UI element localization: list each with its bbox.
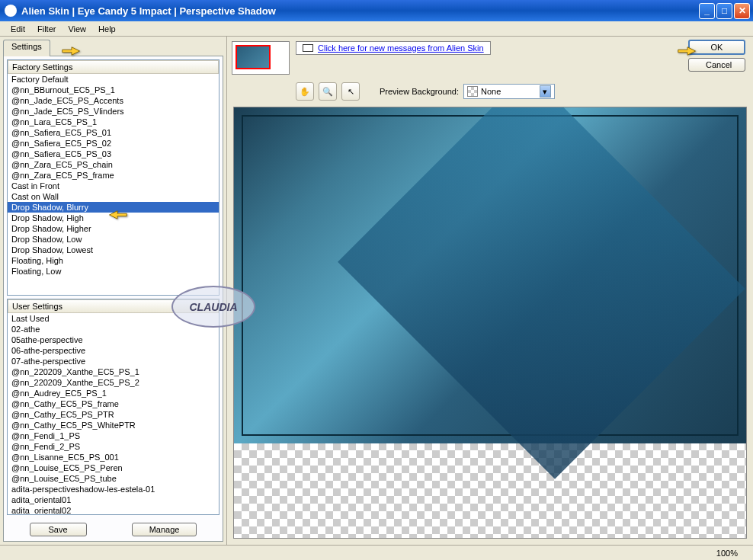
app-icon [5, 5, 17, 17]
list-item[interactable]: Factory Default [8, 74, 219, 85]
list-item[interactable]: @nn_Safiera_EC5_PS_03 [8, 149, 219, 159]
zoom-level: 100% [716, 549, 738, 558]
pan-tool[interactable]: ✋ [296, 82, 314, 101]
list-item[interactable]: @nn_Jade_EC5_PS_Vlinders [8, 106, 219, 117]
list-item[interactable]: adita-perspectiveshadow-les-estela-01 [8, 484, 219, 494]
preview-area[interactable] [233, 107, 747, 539]
preview-bg-label: Preview Background: [380, 87, 459, 96]
mail-icon [303, 44, 313, 52]
list-item[interactable]: 05athe-perspective [8, 334, 219, 345]
list-item[interactable]: @nn_Safiera_EC5_PS_02 [8, 138, 219, 149]
list-item[interactable]: @nn_Louise_EC5_PS_Peren [8, 462, 219, 473]
list-item[interactable]: @nn_Cathy_EC5_PS_PTR [8, 409, 219, 420]
list-item[interactable]: @nn_Louise_EC5_PS_tube [8, 473, 219, 484]
list-item[interactable]: @nn_220209_Xanthe_EC5_PS_2 [8, 377, 219, 388]
menu-filter[interactable]: Filter [31, 23, 62, 35]
preview-bg-dropdown[interactable]: None ▾ [463, 84, 555, 99]
list-item[interactable]: @nn_Cathy_EC5_PS_frame [8, 398, 219, 409]
window-title: Alien Skin | Eye Candy 5 Impact | Perspe… [21, 5, 699, 17]
list-item[interactable]: Drop Shadow, Blurry [8, 202, 219, 213]
menu-bar: Edit Filter View Help [0, 21, 753, 37]
list-item[interactable]: Floating, High [8, 255, 219, 266]
menu-view[interactable]: View [62, 23, 92, 35]
list-item[interactable]: @nn_Zara_EC5_PS_frame [8, 170, 219, 181]
ok-button[interactable]: OK [688, 40, 745, 55]
menu-help[interactable]: Help [92, 23, 122, 35]
list-item[interactable]: @nn_Fendi_2_PS [8, 441, 219, 452]
list-item[interactable]: @nn_Fendi_1_PS [8, 430, 219, 441]
preview-bg-value: None [481, 87, 501, 96]
zoom-tool[interactable]: 🔍 [319, 82, 337, 101]
menu-edit[interactable]: Edit [5, 23, 31, 35]
list-item[interactable]: Drop Shadow, Higher [8, 223, 219, 234]
list-item[interactable]: @nn_Audrey_EC5_PS_1 [8, 388, 219, 398]
list-item[interactable]: Drop Shadow, High [8, 213, 219, 223]
factory-header: Factory Settings [8, 60, 219, 74]
list-item[interactable]: Cast in Front [8, 181, 219, 191]
status-bar: 100% [0, 545, 753, 560]
minimize-button[interactable]: _ [699, 3, 715, 19]
list-item[interactable]: @nn_Cathy_EC5_PS_WhitePTR [8, 420, 219, 430]
tab-settings[interactable]: Settings [3, 40, 50, 56]
list-item[interactable]: @nn_Jade_EC5_PS_Accents [8, 95, 219, 106]
manage-button[interactable]: Manage [132, 523, 197, 536]
list-item[interactable]: @nn_Zara_EC5_PS_chain [8, 159, 219, 170]
thumbnail-strip[interactable] [232, 41, 290, 75]
list-item[interactable]: @nn_Lisanne_EC5_PS_001 [8, 452, 219, 462]
list-item[interactable]: Drop Shadow, Lowest [8, 245, 219, 255]
list-item[interactable]: Cast on Wall [8, 191, 219, 202]
list-item[interactable]: @nn_220209_Xanthe_EC5_PS_1 [8, 366, 219, 377]
list-item[interactable]: 02-athe [8, 324, 219, 334]
checker-swatch-icon [467, 86, 478, 97]
list-item[interactable]: Last Used [8, 313, 219, 324]
list-item[interactable]: adita_oriental01 [8, 494, 219, 505]
chevron-down-icon: ▾ [540, 85, 551, 98]
save-button[interactable]: Save [30, 523, 87, 536]
user-header: User Settings [8, 299, 219, 313]
maximize-button[interactable]: □ [716, 3, 732, 19]
thumbnail[interactable] [236, 45, 271, 69]
close-button[interactable]: ✕ [734, 3, 750, 19]
factory-settings-list[interactable]: Factory Settings Factory Default@nn_BBur… [7, 59, 219, 296]
messages-link[interactable]: Click here for new messages from Alien S… [296, 41, 491, 55]
preview-image [234, 107, 746, 443]
list-item[interactable]: 07-athe-perspective [8, 356, 219, 366]
list-item[interactable]: 06-athe-perspective [8, 345, 219, 356]
pointer-tool[interactable]: ↖ [341, 82, 360, 101]
user-settings-list[interactable]: User Settings Last Used02-athe05athe-per… [7, 299, 219, 515]
list-item[interactable]: Drop Shadow, Low [8, 234, 219, 245]
list-item[interactable]: @nn_Lara_EC5_PS_1 [8, 117, 219, 127]
list-item[interactable]: Floating, Low [8, 266, 219, 277]
cancel-button[interactable]: Cancel [688, 58, 745, 72]
list-item[interactable]: adita_oriental02 [8, 505, 219, 515]
list-item[interactable]: @nn_Safiera_EC5_PS_01 [8, 127, 219, 138]
messages-link-text: Click here for new messages from Alien S… [318, 43, 484, 53]
list-item[interactable]: @nn_BBurnout_EC5_PS_1 [8, 85, 219, 95]
